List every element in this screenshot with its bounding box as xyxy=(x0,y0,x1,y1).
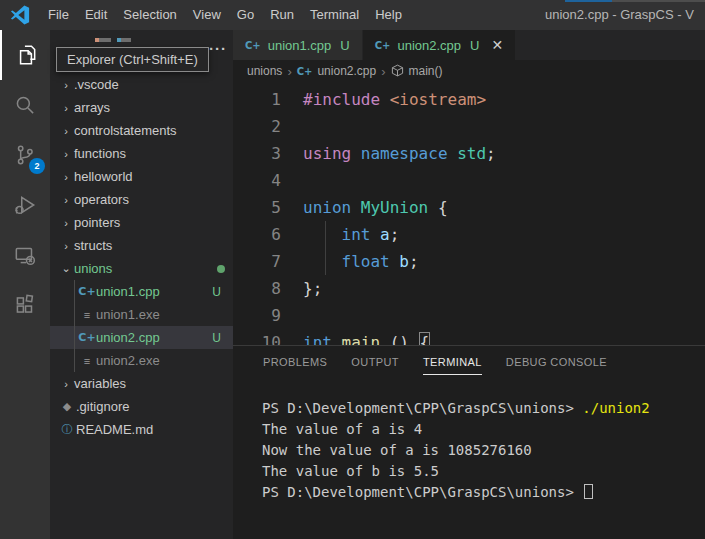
panel-tab-output[interactable]: OUTPUT xyxy=(351,356,399,374)
indent-guide xyxy=(325,221,326,275)
partial-icon xyxy=(117,38,131,42)
code-line: 10int main () { xyxy=(233,329,705,345)
tab-union2-cpp[interactable]: C+union2.cppU✕ xyxy=(363,30,516,60)
code-editor[interactable]: 1#include <iostream>23using namespace st… xyxy=(233,82,705,345)
code-token: }; xyxy=(303,279,322,298)
tree-row-union2-cpp[interactable]: C+union2.cppU xyxy=(50,326,233,349)
menu-bar: FileEditSelectionViewGoRunTerminalHelp xyxy=(40,0,410,30)
code-token: { xyxy=(419,332,431,345)
tree-row-pointers[interactable]: ›pointers xyxy=(50,211,233,234)
symbol-cube-icon xyxy=(391,64,404,78)
panel-tab-problems[interactable]: PROBLEMS xyxy=(263,356,327,374)
tree-row--gitignore[interactable]: ◆.gitignore xyxy=(50,395,233,418)
code-line: 2 xyxy=(233,113,705,140)
tree-indent-guide xyxy=(74,280,75,303)
tree-row--vscode[interactable]: ›.vscode xyxy=(50,73,233,96)
activity-item-source-control-icon[interactable]: 2 xyxy=(0,130,50,180)
breadcrumb-item[interactable]: unions xyxy=(247,64,282,78)
breadcrumb-item[interactable]: union2.cpp xyxy=(317,64,376,78)
menu-item-terminal[interactable]: Terminal xyxy=(302,7,367,22)
tree-item-label: variables xyxy=(74,376,126,391)
menu-item-go[interactable]: Go xyxy=(229,7,262,22)
line-number: 6 xyxy=(233,221,303,248)
code-token: int xyxy=(342,225,371,244)
remote-explorer-icon xyxy=(12,242,38,268)
tree-row-variables[interactable]: ›variables xyxy=(50,372,233,395)
tree-row-controlstatements[interactable]: ›controlstatements xyxy=(50,119,233,142)
code-line-content: #include <iostream> xyxy=(303,86,486,113)
terminal-line: The value of a is 4 xyxy=(262,419,705,440)
tree-row-unions[interactable]: ⌄unions xyxy=(50,257,233,280)
tree-row-functions[interactable]: ›functions xyxy=(50,142,233,165)
cpp-file-icon: C+ xyxy=(297,66,313,77)
menu-item-run[interactable]: Run xyxy=(262,7,302,22)
tree-row-operators[interactable]: ›operators xyxy=(50,188,233,211)
terminal-text: The value of a is 4 xyxy=(262,421,422,437)
menu-item-selection[interactable]: Selection xyxy=(115,7,184,22)
code-token: ; xyxy=(486,144,496,163)
code-token: () xyxy=(380,333,419,345)
breadcrumb-item[interactable]: main() xyxy=(409,64,443,78)
bottom-panel: PROBLEMSOUTPUTTERMINALDEBUG CONSOLE PS D… xyxy=(233,345,705,539)
breadcrumb[interactable]: unions›C+union2.cpp›main() xyxy=(233,60,705,82)
tree-item-label: structs xyxy=(74,238,112,253)
terminal-line: Now the value of a is 1085276160 xyxy=(262,440,705,461)
tree-row-helloworld[interactable]: ›helloworld xyxy=(50,165,233,188)
code-line-content: int main () { xyxy=(303,329,430,345)
explorer-icon xyxy=(13,42,39,68)
tree-row-arrays[interactable]: ›arrays xyxy=(50,96,233,119)
tab-union1-cpp[interactable]: C+union1.cppU xyxy=(233,30,363,60)
chevron-right-icon: › xyxy=(58,378,74,390)
chevron-right-icon: › xyxy=(58,194,74,206)
terminal-line: PS D:\Development\CPP\GraspCS\unions> ./… xyxy=(262,398,705,419)
tree-row-union1-exe[interactable]: ≡union1.exe xyxy=(50,303,233,326)
activity-item-search-icon[interactable] xyxy=(0,80,50,130)
code-line: 3using namespace std; xyxy=(233,140,705,167)
close-icon[interactable]: ✕ xyxy=(491,37,503,53)
git-modified-dot-icon xyxy=(217,265,225,273)
cpp-file-icon: C+ xyxy=(78,331,96,344)
code-line-content: float b; xyxy=(303,248,419,275)
code-token: int xyxy=(303,333,332,345)
menu-item-help[interactable]: Help xyxy=(367,7,410,22)
chevron-down-icon: ⌄ xyxy=(58,262,74,275)
more-actions-icon[interactable]: ··· xyxy=(209,40,227,57)
activity-item-remote-explorer-icon[interactable] xyxy=(0,230,50,280)
tree-item-label: union1.exe xyxy=(96,307,160,322)
menu-item-edit[interactable]: Edit xyxy=(77,7,115,22)
tree-item-label: .gitignore xyxy=(76,399,129,414)
panel-tab-debug-console[interactable]: DEBUG CONSOLE xyxy=(506,356,607,374)
activity-item-explorer-icon[interactable] xyxy=(0,30,50,80)
panel-tab-terminal[interactable]: TERMINAL xyxy=(423,356,482,375)
line-number: 3 xyxy=(233,140,303,167)
chevron-right-icon: › xyxy=(58,102,74,114)
chevron-right-icon: › xyxy=(58,240,74,252)
tree-row-structs[interactable]: ›structs xyxy=(50,234,233,257)
code-line: 7 float b; xyxy=(233,248,705,275)
tree-item-label: union2.cpp xyxy=(96,330,160,345)
code-line: 1#include <iostream> xyxy=(233,86,705,113)
tree-row-README-md[interactable]: ⓘREADME.md xyxy=(50,418,233,441)
terminal-text: PS D:\Development\CPP\GraspCS\unions> xyxy=(262,400,582,416)
code-line-content: }; xyxy=(303,275,322,302)
tree-item-label: arrays xyxy=(74,100,110,115)
menu-item-file[interactable]: File xyxy=(40,7,77,22)
cpp-file-icon: C+ xyxy=(78,285,96,298)
activity-item-extensions-icon[interactable] xyxy=(0,280,50,330)
tree-item-label: functions xyxy=(74,146,126,161)
tree-row-union2-exe[interactable]: ≡union2.exe xyxy=(50,349,233,372)
activity-item-run-debug-icon[interactable] xyxy=(0,180,50,230)
code-line: 5union MyUnion { xyxy=(233,194,705,221)
menu-item-view[interactable]: View xyxy=(185,7,229,22)
window-title: union2.cpp - GraspCS - V xyxy=(545,0,694,30)
search-icon xyxy=(12,92,38,118)
code-token: <iostream> xyxy=(390,90,486,109)
tree-item-label: union2.exe xyxy=(96,353,160,368)
terminal[interactable]: PS D:\Development\CPP\GraspCS\unions> ./… xyxy=(233,398,705,503)
terminal-text: Now the value of a is 1085276160 xyxy=(262,442,532,458)
tree-row-union1-cpp[interactable]: C+union1.cppU xyxy=(50,280,233,303)
line-number: 10 xyxy=(233,329,303,345)
code-token xyxy=(351,144,361,163)
code-token: ; xyxy=(390,225,400,244)
run-debug-icon xyxy=(12,192,38,218)
